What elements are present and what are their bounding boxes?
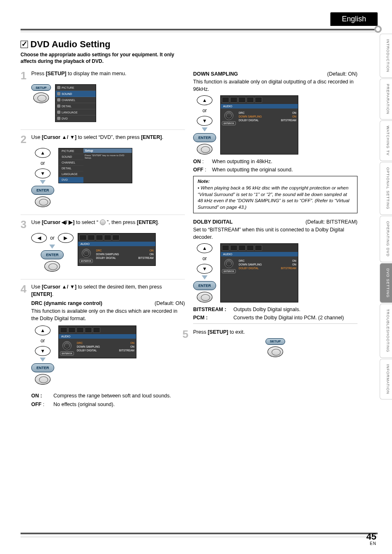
step-4-number: 4	[21, 284, 28, 298]
flow-arrow-icon	[40, 180, 46, 184]
title-text: DVD Audio Setting	[30, 39, 111, 49]
tab-dvd-setting[interactable]: DVD SETTING	[380, 263, 392, 303]
osd-down-v: ON	[130, 345, 134, 348]
osd-enterok: ENTER/OK	[79, 259, 93, 263]
osd-audio-bar: AUDIO	[78, 242, 155, 246]
divider-4	[193, 323, 357, 324]
osd-top-icon	[230, 245, 238, 251]
step-3-mid: to select “	[74, 219, 99, 225]
osd-audio-bar: AUDIO	[221, 252, 298, 256]
bottom-rule	[21, 533, 378, 534]
top-rule-thin	[21, 32, 378, 32]
enter-button-icon-3	[35, 374, 51, 385]
osd-setup-msg: Press "ENTER" key to move to DVD Setup.	[85, 154, 131, 159]
osd-mi-picture-label: PICTURE	[62, 86, 74, 89]
osd-audio-bar: AUDIO	[59, 334, 136, 339]
osd-nav-circle-icon	[224, 259, 233, 268]
cursor-down-icon: ▼	[35, 169, 51, 178]
cursor-right-icon: ▶	[58, 233, 74, 243]
remote-updown-enter-3: ▲ or ▼ ENTER	[193, 95, 216, 155]
osd-drc-k: DRC	[77, 342, 83, 344]
flow-arrow-icon	[49, 245, 55, 249]
tab-operating-dvd[interactable]: OPERATING DVD	[380, 216, 392, 262]
section-subtitle: Choose the appropriate audio settings fo…	[21, 51, 185, 65]
osd-down-k: DOWN SAMPLING	[96, 253, 119, 256]
osd-mi-dvd-label: DVD	[62, 117, 68, 120]
osd-mi-detail-label: DETAIL	[62, 105, 71, 108]
divider-3	[21, 279, 185, 279]
dvd-icon	[57, 117, 60, 120]
osd-top-icon	[255, 245, 262, 251]
osd2-picture-label: PICTURE	[62, 150, 74, 152]
tab-information[interactable]: INFORMATION	[380, 359, 392, 399]
enter-button-label-2: ENTER	[41, 250, 64, 259]
or-label-3: or	[41, 338, 45, 344]
osd-audio-menu-dolby: AUDIO ENTER/OK DRCON DOWN SAMPLINGON DOL…	[220, 243, 298, 302]
osd-mi-sound: SOUND	[55, 91, 96, 97]
osd-dolby-k: DOLBY DIGITAL	[239, 267, 259, 270]
enter-button-label-1: ENTER	[31, 186, 54, 195]
osd-top-icon	[60, 327, 67, 333]
osd-nav-circle-icon	[224, 111, 233, 120]
remote-leftright-enter: ◀ or ▶ ENTER	[31, 233, 74, 272]
step-2-mid: to select “DVD”, then press	[76, 134, 141, 140]
tab-preparation[interactable]: PREPARATION	[380, 78, 392, 120]
checkbox-icon	[21, 41, 28, 48]
step-4: 4 Use [Cursor ▲/ ▼] to select the desire…	[21, 284, 185, 298]
step-4-mid: to select the desired item, then press	[76, 284, 162, 290]
osd-row-down: DOWN SAMPLINGON	[239, 263, 296, 266]
osd-row-down: DOWN SAMPLINGON	[77, 345, 134, 349]
down-on-colon: :	[201, 159, 204, 164]
tab-introduction[interactable]: INTRODUCTION	[380, 34, 392, 78]
page-number: 45 EN	[367, 531, 376, 546]
osd-top-icon	[247, 245, 254, 251]
osd-top-icon	[85, 327, 92, 333]
enter-button-icon-2	[44, 261, 60, 272]
osd2-channel: CHANNEL	[59, 160, 83, 166]
osd-drc-v: ON	[292, 111, 296, 114]
dolby-pcm-text: Converts the Dolby Digital into PCM. (2 …	[233, 314, 344, 321]
osd-nav-circle-icon	[82, 249, 91, 258]
osd-top-icon	[79, 235, 87, 240]
tab-optional-setting[interactable]: OPTIONAL SETTING	[380, 162, 392, 215]
left-column: DVD Audio Setting Choose the appropriate…	[21, 39, 185, 409]
note-header: Note:	[198, 179, 353, 184]
osd-nav-circle-icon	[62, 341, 71, 350]
step-4-text: Use [Cursor ▲/ ▼] to select the desired …	[31, 284, 185, 298]
step-5-key: [SETUP]	[208, 329, 228, 335]
flow-arrow-icon	[40, 358, 46, 362]
osd-top-icon	[238, 245, 246, 251]
osd2-language: LANGUAGE	[59, 171, 83, 177]
step-3-text: Use [Cursor ◀/ ▶] to select “ ”, then pr…	[31, 219, 185, 230]
step-3-post: ”, then press	[106, 219, 137, 225]
setup-button-icon-2	[267, 346, 283, 357]
osd2-detail: DETAIL	[59, 166, 83, 171]
osd-audio-bar: AUDIO	[221, 104, 298, 108]
enter-button-icon-4	[197, 144, 212, 155]
tab-watching-tv[interactable]: WATCHING TV	[380, 120, 392, 161]
divider-2	[21, 215, 185, 215]
setup-button-label: SETUP	[31, 84, 51, 91]
osd-top-icon	[238, 97, 246, 103]
osd-top-icon	[255, 97, 262, 103]
osd-mi-picture: PICTURE	[55, 85, 96, 91]
down-default: (Default: ON)	[327, 71, 357, 77]
step-1-key: [SETUP]	[46, 71, 66, 76]
osd-mi-language: LANGUAGE	[55, 109, 96, 115]
osd-dolby-v: BITSTREAM	[281, 267, 296, 270]
osd-top-icon	[247, 97, 254, 103]
tab-troubleshooting[interactable]: TROUBLESHOOTING	[380, 304, 392, 358]
step-1-post: to display the main menu.	[66, 71, 126, 76]
step-2-key: [Cursor ▲/ ▼]	[42, 134, 76, 140]
osd2-sound-label: SOUND	[62, 155, 72, 158]
osd2-dvd: DVD	[59, 177, 83, 183]
osd-row-dolby: DOLBY DIGITALBITSTREAM	[239, 118, 296, 122]
step-4-key2: [ENTER]	[31, 291, 52, 297]
osd2-language-label: LANGUAGE	[62, 173, 78, 175]
enter-button-label-4: ENTER	[193, 133, 216, 142]
osd-down-k: DOWN SAMPLING	[77, 345, 100, 348]
osd-enterok: ENTER/OK	[222, 269, 236, 273]
osd-mi-dvd: DVD	[55, 115, 96, 122]
osd-row-down: DOWN SAMPLINGON	[239, 115, 296, 118]
osd-dolby-k: DOLBY DIGITAL	[96, 256, 116, 259]
